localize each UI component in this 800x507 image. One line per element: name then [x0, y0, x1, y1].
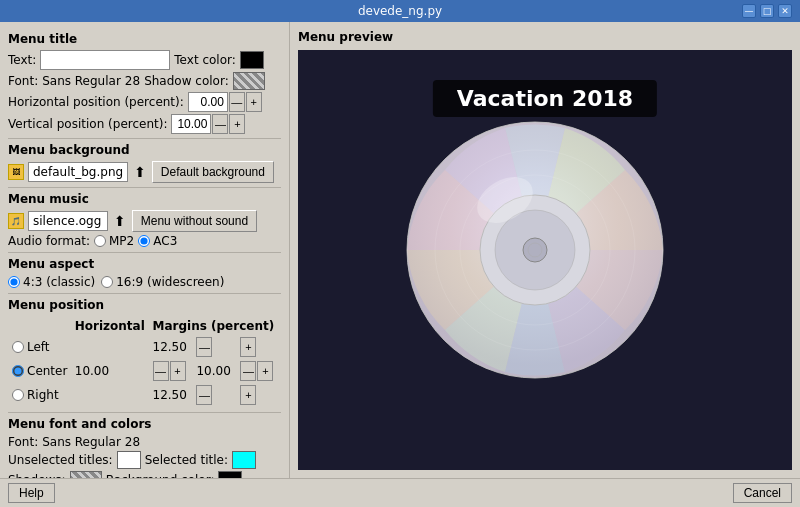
horiz-pos-decrement[interactable]: — — [229, 92, 245, 112]
audio-mp2-option[interactable]: MP2 — [94, 234, 134, 248]
bg-default-btn[interactable]: Default background — [152, 161, 274, 183]
window-title: devede_ng.py — [358, 4, 442, 18]
pos-center-label: Center — [27, 364, 67, 378]
unselected-color-swatch[interactable] — [117, 451, 141, 469]
text-color-label: Text color: — [174, 53, 235, 67]
aspect-169-label: 16:9 (widescreen) — [116, 275, 224, 289]
audio-ac3-radio[interactable] — [138, 235, 150, 247]
center-increment2[interactable]: + — [257, 361, 273, 381]
audio-format-label: Audio format: — [8, 234, 90, 248]
mf-font-label: Font: — [8, 435, 38, 449]
center-increment1[interactable]: + — [170, 361, 186, 381]
shadow-color-label: Shadow color: — [144, 74, 229, 88]
text-input[interactable] — [40, 50, 170, 70]
table-row: Center 10.00 — + 10.00 — + — [10, 360, 279, 382]
text-color-swatch[interactable] — [240, 51, 264, 69]
aspect-169-radio[interactable] — [101, 276, 113, 288]
horiz-header: Horizontal — [75, 319, 145, 333]
menu-bg-section: Menu background — [8, 143, 281, 157]
audio-mp2-label: MP2 — [109, 234, 134, 248]
help-button[interactable]: Help — [8, 483, 55, 503]
menu-aspect-section: Menu aspect — [8, 257, 281, 271]
audio-ac3-label: AC3 — [153, 234, 177, 248]
right-decrement[interactable]: — — [196, 385, 212, 405]
vert-pos-label: Vertical position (percent): — [8, 117, 167, 131]
menu-music-section: Menu music — [8, 192, 281, 206]
menu-title-section: Menu title — [8, 32, 281, 46]
aspect-43-radio[interactable] — [8, 276, 20, 288]
left-panel: Menu title Text: Text color: Font: Sans … — [0, 22, 290, 478]
audio-mp2-radio[interactable] — [94, 235, 106, 247]
preview-controls: Help — [8, 483, 55, 503]
center-decrement1[interactable]: — — [153, 361, 169, 381]
pos-right-option[interactable]: Right — [12, 388, 69, 402]
bottom-bar: Help Cancel — [0, 478, 800, 507]
music-file-browse[interactable]: ⬆ — [114, 213, 126, 229]
pos-right-radio[interactable] — [12, 389, 24, 401]
selected-color-swatch[interactable] — [232, 451, 256, 469]
menu-preview-title: Menu preview — [298, 30, 792, 44]
text-label: Text: — [8, 53, 36, 67]
minimize-button[interactable]: — — [742, 4, 756, 18]
left-value: 12.50 — [153, 340, 187, 354]
right-value: 12.50 — [153, 388, 187, 402]
shadows-color-swatch[interactable] — [70, 471, 102, 478]
svg-point-9 — [528, 243, 542, 257]
pos-left-label: Left — [27, 340, 50, 354]
font-value: Sans Regular — [42, 74, 121, 88]
pos-left-option[interactable]: Left — [12, 340, 69, 354]
music-file-name: silence.ogg — [28, 211, 108, 231]
cancel-button[interactable]: Cancel — [733, 483, 792, 503]
vert-pos-increment[interactable]: + — [229, 114, 245, 134]
music-default-btn[interactable]: Menu without sound — [132, 210, 257, 232]
vert-pos-spinbox: — + — [171, 114, 245, 134]
left-increment[interactable]: + — [240, 337, 256, 357]
titlebar: devede_ng.py — □ ✕ — [0, 0, 800, 22]
menu-banner: Vacation 2018 — [433, 80, 657, 117]
table-row: Right 12.50 — + — [10, 384, 279, 406]
maximize-button[interactable]: □ — [760, 4, 774, 18]
music-file-icon: 🎵 — [8, 213, 24, 229]
center-spinbox1: — + — [153, 361, 186, 381]
bg-color-swatch[interactable] — [218, 471, 242, 478]
right-increment[interactable]: + — [240, 385, 256, 405]
pos-center-radio[interactable] — [12, 365, 24, 377]
center-spinbox2: — + — [240, 361, 273, 381]
aspect-43-option[interactable]: 4:3 (classic) — [8, 275, 95, 289]
table-row: Left 12.50 — + — [10, 336, 279, 358]
horiz-pos-spinbox: — + — [188, 92, 262, 112]
bg-file-browse[interactable]: ⬆ — [134, 164, 146, 180]
vert-pos-decrement[interactable]: — — [212, 114, 228, 134]
selected-label: Selected title: — [145, 453, 228, 467]
menu-position-table: Horizontal Margins (percent) Left 12.50 … — [8, 316, 281, 408]
font-label: Font: — [8, 74, 38, 88]
mf-font-value: Sans Regular — [42, 435, 121, 449]
horiz-pos-label: Horizontal position (percent): — [8, 95, 184, 109]
bg-file-name: default_bg.png — [28, 162, 128, 182]
bg-file-icon: 🖼 — [8, 164, 24, 180]
menu-font-section: Menu font and colors — [8, 417, 281, 431]
mf-font-size: 28 — [125, 435, 140, 449]
aspect-169-option[interactable]: 16:9 (widescreen) — [101, 275, 224, 289]
horiz-pos-input[interactable] — [188, 92, 228, 112]
center-decrement2[interactable]: — — [240, 361, 256, 381]
pos-right-label: Right — [27, 388, 59, 402]
horiz-pos-increment[interactable]: + — [246, 92, 262, 112]
audio-ac3-option[interactable]: AC3 — [138, 234, 177, 248]
cd-disc-container — [405, 120, 685, 400]
close-button[interactable]: ✕ — [778, 4, 792, 18]
cd-disc-svg — [405, 120, 665, 380]
aspect-43-label: 4:3 (classic) — [23, 275, 95, 289]
pos-center-option[interactable]: Center — [12, 364, 69, 378]
margins-header: Margins (percent) — [153, 319, 275, 333]
unselected-label: Unselected titles: — [8, 453, 113, 467]
center-value2: 10.00 — [196, 364, 230, 378]
vert-pos-input[interactable] — [171, 114, 211, 134]
menu-position-section: Menu position — [8, 298, 281, 312]
left-decrement[interactable]: — — [196, 337, 212, 357]
font-size: 28 — [125, 74, 140, 88]
shadow-color-swatch[interactable] — [233, 72, 265, 90]
pos-left-radio[interactable] — [12, 341, 24, 353]
center-value1: 10.00 — [75, 364, 109, 378]
right-panel: Menu preview Vacation 2018 — [290, 22, 800, 478]
